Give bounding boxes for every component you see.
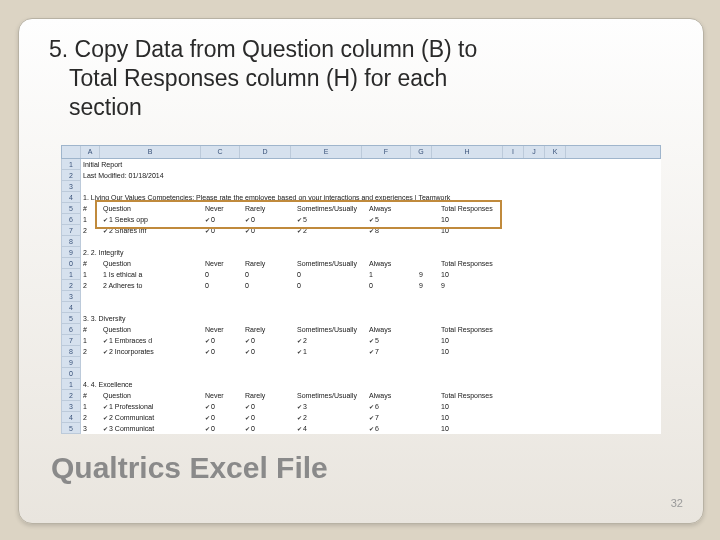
- row-13: 3: [61, 291, 661, 302]
- hdr-sometimes: Sometimes/Usually: [295, 203, 367, 214]
- col-B: B: [100, 146, 201, 158]
- s1r2-e: 2: [295, 225, 367, 236]
- s1r2-q: 2 Shares inf: [101, 225, 203, 236]
- row-17: 7 1 1 Embraces d 0 0 2 5 10: [61, 335, 661, 346]
- hdr-always: Always: [367, 203, 417, 214]
- col-H: H: [432, 146, 503, 158]
- slide-card: 5. Copy Data from Question column (B) to…: [18, 18, 704, 524]
- col-D: D: [240, 146, 291, 158]
- row-22: 2 # Question Never Rarely Sometimes/Usua…: [61, 390, 661, 401]
- step-line2: Total Responses column (H) for each: [49, 64, 669, 93]
- section3-title: 3. 3. Diversity: [81, 313, 643, 324]
- row-1: 1Initial Report: [61, 159, 661, 170]
- row-5: 5 # Question Never Rarely Sometimes/Usua…: [61, 203, 661, 214]
- hdr-rarely: Rarely: [243, 203, 295, 214]
- s1r1-c: 0: [203, 214, 243, 225]
- row-21: 14. 4. Excellence: [61, 379, 661, 390]
- s1r2-c: 0: [203, 225, 243, 236]
- col-corner: [62, 146, 81, 158]
- s1r2-d: 0: [243, 225, 295, 236]
- section2-title: 2. 2. Integrity: [81, 247, 643, 258]
- col-A: A: [81, 146, 100, 158]
- row-12: 2 2 2 Adheres to 0 0 0 0 9 9: [61, 280, 661, 291]
- row-24: 4 2 2 Communicat 0 0 2 7 10: [61, 412, 661, 423]
- col-J: J: [524, 146, 545, 158]
- row-4: 41. Living Our Values Competencies: Plea…: [61, 192, 661, 203]
- s1r1-h: 10: [439, 214, 511, 225]
- row-15: 53. 3. Diversity: [61, 313, 661, 324]
- section1-title: 1. Living Our Values Competencies: Pleas…: [81, 192, 643, 203]
- hdr-num: #: [81, 203, 101, 214]
- col-E: E: [291, 146, 362, 158]
- row-14: 4: [61, 302, 661, 313]
- row-7: 7 2 2 Shares inf 0 0 2 8 10: [61, 225, 661, 236]
- step-instruction: 5. Copy Data from Question column (B) to…: [49, 35, 669, 121]
- row-9: 92. 2. Integrity: [61, 247, 661, 258]
- s1r2-n: 2: [81, 225, 101, 236]
- row-20: 0: [61, 368, 661, 379]
- s1r1-d: 0: [243, 214, 295, 225]
- hdr-never: Never: [203, 203, 243, 214]
- row-10: 0 # Question Never Rarely Sometimes/Usua…: [61, 258, 661, 269]
- row-19: 9: [61, 357, 661, 368]
- s1r1-f: 5: [367, 214, 417, 225]
- step-number: 5.: [49, 36, 68, 62]
- step-line1: Copy Data from Question column (B) to: [75, 36, 478, 62]
- row-25: 5 3 3 Communicat 0 0 4 6 10: [61, 423, 661, 434]
- row-23: 3 1 1 Professional 0 0 3 6 10: [61, 401, 661, 412]
- s1r2-f: 8: [367, 225, 417, 236]
- hdr-question: Question: [101, 203, 203, 214]
- s1r1-q: 1 Seeks opp: [101, 214, 203, 225]
- s1r1-e: 5: [295, 214, 367, 225]
- step-line3: section: [49, 93, 669, 122]
- page-number: 32: [671, 497, 683, 509]
- excel-screenshot: A B C D E F G H I J K 1Initial Report 2L…: [61, 145, 661, 434]
- col-K: K: [545, 146, 566, 158]
- column-header-row: A B C D E F G H I J K: [61, 145, 661, 159]
- col-F: F: [362, 146, 411, 158]
- row-3: 3: [61, 181, 661, 192]
- row-8: 8: [61, 236, 661, 247]
- col-C: C: [201, 146, 240, 158]
- col-I: I: [503, 146, 524, 158]
- s1r2-h: 10: [439, 225, 511, 236]
- row-6: 6 1 1 Seeks opp 0 0 5 5 10: [61, 214, 661, 225]
- s1r1-n: 1: [81, 214, 101, 225]
- col-G: G: [411, 146, 432, 158]
- row-11: 1 1 1 Is ethical a 0 0 0 1 9 10: [61, 269, 661, 280]
- cell-A1: Initial Report: [81, 159, 643, 170]
- hdr-total: Total Responses: [439, 203, 511, 214]
- section4-title: 4. 4. Excellence: [81, 379, 643, 390]
- row-16: 6 # Question Never Rarely Sometimes/Usua…: [61, 324, 661, 335]
- slide-title: Qualtrics Excel File: [51, 451, 328, 485]
- row-18: 8 2 2 Incorporates 0 0 1 7 10: [61, 346, 661, 357]
- cell-A2: Last Modified: 01/18/2014: [81, 170, 643, 181]
- row-2: 2Last Modified: 01/18/2014: [61, 170, 661, 181]
